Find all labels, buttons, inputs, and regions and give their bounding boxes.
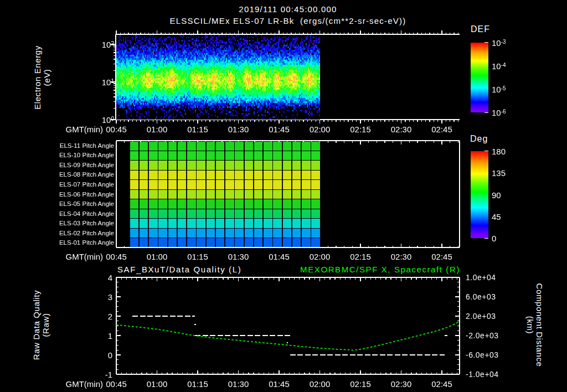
pitch-grid-lines <box>129 161 320 169</box>
pitch-grid-lines <box>129 190 320 199</box>
panel3-left-axis-title: Raw Data Quality (Raw) <box>32 290 50 360</box>
panel3-left-axis-title-line1: Raw Data Quality <box>32 290 41 360</box>
pitch-grid-lines <box>129 180 320 189</box>
data-quality-dot <box>287 342 288 343</box>
pitch-grid-lines <box>129 199 320 208</box>
panel3-left-axis-title-line2: (Raw) <box>41 290 50 360</box>
mex-els-plot-page: 2019/111 00:45:00.000 ELSSCIL/MEx ELS-07… <box>0 0 567 392</box>
pitch-grid-lines <box>129 238 320 247</box>
panel1-y-axis-title-line2: (eV) <box>42 45 51 110</box>
deg-colorbar <box>471 151 488 238</box>
panel3-left-series-title: SAF_BXuT/Data Quality (L) <box>117 265 241 274</box>
instrument-title: ELSSCIL/MEx ELS-07 LR-Bk (ergs/(cm**2-sr… <box>170 16 406 25</box>
pitch-row-color-cell <box>129 170 320 179</box>
pitch-grid-lines <box>129 142 320 151</box>
pitch-row-color-cell <box>129 151 320 160</box>
pitch-grid-lines <box>129 171 320 179</box>
panel3-right-axis-title: Component Distance (km) <box>525 283 544 367</box>
panel3-right-series-title: MEXORBMC/SPF X, Spacecraft (R) <box>300 265 460 274</box>
plot-timestamp-title: 2019/111 00:45:00.000 <box>239 4 337 14</box>
data-quality-dot <box>194 324 195 325</box>
panel1-y-axis-title-line1: Electron Energy <box>33 45 42 110</box>
pitch-row-color-cell <box>129 228 320 238</box>
pitch-row-color-cell <box>129 189 320 199</box>
pitch-row-color-cell <box>129 199 320 208</box>
panel3-right-axis-title-line1: Component Distance <box>535 283 544 367</box>
pitch-row-color-cell <box>129 160 320 169</box>
energy-spectrogram-canvas <box>116 35 320 120</box>
panel3-right-axis-title-line2: (km) <box>525 283 535 367</box>
pitch-grid-lines <box>129 209 320 218</box>
pitch-row-color-cell <box>129 142 320 151</box>
pitch-grid-lines <box>129 219 320 228</box>
pitch-row-color-cell <box>129 238 320 247</box>
colorbar-def-title: DEF <box>471 24 490 34</box>
pitch-row-color-cell <box>129 209 320 218</box>
pitch-row-color-cell <box>129 218 320 228</box>
pitch-angle-grid <box>129 142 320 247</box>
def-colorbar <box>471 43 488 112</box>
colorbar-deg-title: Deg <box>470 134 488 144</box>
pitch-grid-lines <box>129 151 320 160</box>
pitch-grid-lines <box>129 229 320 238</box>
pitch-row-color-cell <box>129 179 320 189</box>
panel1-y-axis-title: Electron Energy (eV) <box>33 45 51 110</box>
